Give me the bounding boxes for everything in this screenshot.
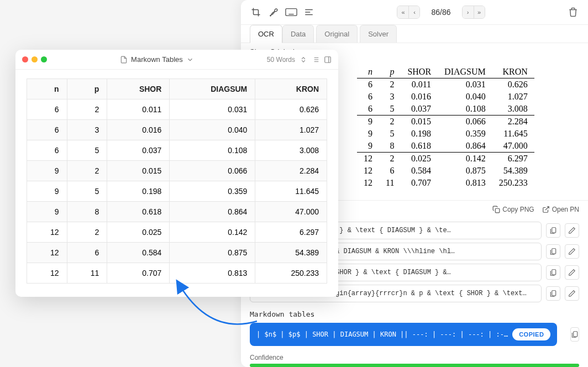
md-header: p: [67, 79, 107, 99]
table-row: 950.1980.35911.645: [27, 181, 327, 202]
table-row: 630.0160.0401.027: [357, 91, 534, 103]
serif-table: npSHORDIAGSUMKRON 620.0110.0310.626630.0…: [357, 66, 534, 189]
draw-icon[interactable]: [267, 6, 280, 18]
trash-icon[interactable]: [567, 6, 579, 18]
table-row: 650.0370.1083.008: [357, 103, 534, 116]
serif-header: DIAGSUM: [438, 66, 492, 78]
sort-icon[interactable]: [300, 56, 307, 64]
table-row: 1260.5840.87554.389: [357, 165, 534, 177]
clipboard-icon[interactable]: [546, 286, 560, 301]
panel-icon[interactable]: [324, 56, 332, 64]
tabs: OCR Data Original Solver: [241, 25, 588, 43]
table-row: 620.0110.0310.626: [357, 78, 534, 91]
nav-next-button[interactable]: ›: [463, 6, 474, 18]
serif-header: KRON: [492, 66, 534, 78]
copied-text: | $n$ | $p$ | SHOR | DIAGSUM | KRON || -…: [256, 331, 508, 338]
minimize-icon[interactable]: [32, 56, 38, 62]
document-icon: [120, 56, 128, 64]
keyboard-icon[interactable]: [285, 6, 297, 18]
list-icon[interactable]: [312, 56, 319, 64]
crop-icon[interactable]: [250, 6, 262, 18]
close-icon[interactable]: [22, 56, 28, 62]
confidence-section: Confidence: [241, 348, 588, 367]
toolbar: « ‹ 86/86 › »: [241, 0, 588, 25]
table-row: 620.0110.0310.626: [27, 99, 327, 120]
svg-rect-3: [552, 228, 556, 233]
window-traffic-lights[interactable]: [22, 56, 47, 62]
clipboard-icon[interactable]: [546, 223, 560, 238]
svg-rect-0: [286, 9, 297, 16]
table-row: 920.0150.0662.284: [27, 161, 327, 181]
table-row: 630.0160.0401.027: [27, 120, 327, 140]
clipboard-icon[interactable]: [546, 265, 560, 280]
svg-rect-4: [552, 249, 556, 254]
md-header: DIAGSUM: [170, 79, 255, 99]
maximize-icon[interactable]: [41, 56, 47, 62]
table-row: 650.0370.1083.008: [27, 140, 327, 161]
svg-rect-5: [552, 270, 556, 275]
table-row: 980.6180.86447.000: [27, 202, 327, 222]
table-row: 12110.7070.813250.233: [27, 263, 327, 284]
nav-prev-button[interactable]: ‹: [408, 6, 419, 18]
page-indicator: 86/86: [431, 8, 450, 17]
table-row: 1260.5840.87554.389: [27, 243, 327, 263]
nav-last-button[interactable]: »: [474, 6, 485, 18]
chevron-down-icon: [186, 56, 194, 64]
copy-markdown-button[interactable]: [570, 327, 579, 342]
table-row: 1220.0250.1426.297: [27, 222, 327, 243]
svg-rect-6: [552, 291, 556, 296]
svg-rect-2: [496, 208, 500, 213]
md-title[interactable]: Markown Tables: [51, 55, 262, 64]
tab-solver[interactable]: Solver: [360, 25, 397, 43]
copied-badge: COPIED: [512, 328, 550, 340]
clipboard-icon[interactable]: [546, 244, 560, 259]
markdown-table: npSHORDIAGSUMKRON 620.0110.0310.626630.0…: [27, 78, 327, 284]
tab-ocr[interactable]: OCR: [250, 25, 282, 43]
table-row: 12110.7070.813250.233: [357, 177, 534, 189]
table-row: 980.6180.86447.000: [357, 140, 534, 153]
svg-rect-8: [325, 56, 331, 62]
serif-header: p: [379, 66, 401, 78]
tab-data[interactable]: Data: [282, 25, 314, 43]
edit-icon[interactable]: [565, 223, 579, 238]
table-row: 950.1980.35911.645: [357, 128, 534, 140]
md-header: KRON: [255, 79, 327, 99]
word-count: 50 Words: [267, 56, 295, 64]
table-row: 1220.0250.1426.297: [357, 153, 534, 165]
nav-first-button[interactable]: «: [397, 6, 408, 18]
serif-header: SHOR: [401, 66, 438, 78]
confidence-bar: [250, 364, 579, 367]
edit-icon[interactable]: [565, 286, 579, 301]
edit-icon[interactable]: [565, 265, 579, 280]
page-nav: « ‹ 86/86 › »: [397, 6, 485, 19]
markdown-section-label: Markdown tables: [241, 306, 588, 321]
confidence-label: Confidence: [250, 354, 284, 361]
markdown-window: Markown Tables 50 Words npSHORDIAGSUMKRO…: [15, 50, 338, 297]
copy-png-button[interactable]: Copy PNG: [492, 206, 534, 213]
serif-header: n: [357, 66, 379, 78]
open-pn-button[interactable]: Open PN: [542, 206, 579, 213]
edit-icon[interactable]: [565, 244, 579, 259]
svg-rect-7: [574, 332, 578, 337]
md-header: SHOR: [107, 79, 170, 99]
md-header: n: [27, 79, 67, 99]
md-titlebar: Markown Tables 50 Words: [15, 50, 338, 70]
copied-row[interactable]: | $n$ | $p$ | SHOR | DIAGSUM | KRON || -…: [250, 323, 557, 346]
tab-original[interactable]: Original: [316, 25, 358, 43]
align-icon[interactable]: [303, 6, 315, 18]
table-row: 920.0150.0662.284: [357, 116, 534, 128]
